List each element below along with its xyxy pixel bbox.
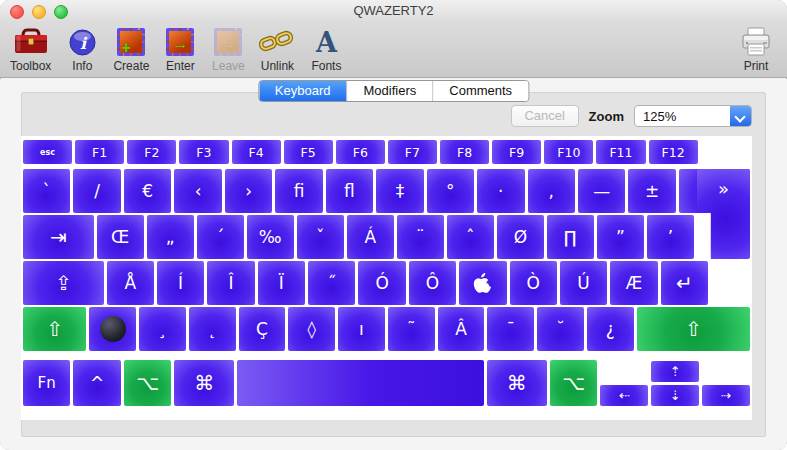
key-arrow-up[interactable]: ⇡ [651, 361, 699, 382]
controls-row: Cancel Zoom 125% [511, 105, 752, 127]
toolbar-item-label: Create [113, 59, 149, 73]
key[interactable]: F12 [649, 140, 698, 164]
leave-button[interactable]: ˊ→Leave [211, 26, 245, 73]
key-caps-lock[interactable]: ⇪ [23, 261, 104, 305]
key-tab[interactable]: ⇥ [23, 215, 94, 259]
key[interactable]: · [477, 169, 524, 213]
cancel-button[interactable]: Cancel [511, 105, 579, 127]
key[interactable]: ˆ [447, 215, 494, 259]
key[interactable]: Ú [560, 261, 607, 305]
key[interactable]: ‹ [174, 169, 221, 213]
enter-button[interactable]: ˊ→Enter [163, 26, 197, 73]
key[interactable]: fi [275, 169, 322, 213]
toolbar-item-label: Info [72, 59, 92, 73]
key[interactable]: ¯ [487, 307, 534, 351]
create-icon: ˊ+ [117, 26, 145, 58]
key[interactable]: Ç [239, 307, 286, 351]
key[interactable]: Ï [258, 261, 305, 305]
key[interactable]: Ø [497, 215, 544, 259]
key[interactable]: — [578, 169, 625, 213]
fonts-icon: A [316, 26, 337, 58]
tab-row: ⇥Œ„´‰ˇÁ¨ˆØ∏”’ [23, 215, 750, 259]
key-shift-right[interactable]: ⇧ [637, 307, 750, 351]
key[interactable]: F5 [284, 140, 333, 164]
toolbar-item-label: Fonts [311, 59, 341, 73]
key[interactable]: F8 [440, 140, 489, 164]
key[interactable]: F4 [232, 140, 281, 164]
key[interactable]: Ò [510, 261, 557, 305]
key[interactable]: ◊ [288, 307, 335, 351]
key-esc[interactable]: esc [23, 140, 72, 164]
key[interactable]: € [124, 169, 171, 213]
title-bar: QWAZERTY2 [0, 0, 787, 22]
key-apple[interactable] [459, 261, 506, 305]
key[interactable]: › [225, 169, 272, 213]
key-command-right[interactable]: ⌘ [487, 360, 547, 406]
key[interactable]: Ô [409, 261, 456, 305]
key[interactable]: ´ [197, 215, 244, 259]
key-fn[interactable]: Fn [23, 360, 70, 406]
zoom-label: Zoom [589, 109, 624, 124]
key[interactable]: F2 [127, 140, 176, 164]
unlink-button[interactable]: Unlink [259, 26, 295, 73]
key-command-left[interactable]: ⌘ [174, 360, 234, 406]
key[interactable]: ” [597, 215, 644, 259]
key-space[interactable] [237, 360, 483, 406]
key[interactable]: F1 [75, 140, 124, 164]
key[interactable]: Î [207, 261, 254, 305]
key[interactable]: F6 [336, 140, 385, 164]
key[interactable]: ± [628, 169, 675, 213]
create-button[interactable]: ˊ+Create [113, 26, 149, 73]
key[interactable]: Å [107, 261, 154, 305]
key[interactable]: ° [427, 169, 474, 213]
key-arrow-right[interactable]: ⇢ [702, 385, 750, 406]
key[interactable]: F7 [388, 140, 437, 164]
key[interactable]: F11 [596, 140, 645, 164]
print-button[interactable]: Print [739, 26, 773, 73]
key[interactable]: Á [347, 215, 394, 259]
key[interactable]: ¨ [397, 215, 444, 259]
key[interactable]: ˇ [297, 215, 344, 259]
key[interactable]: / [73, 169, 120, 213]
key[interactable]: F9 [492, 140, 541, 164]
key[interactable]: ˛ [189, 307, 236, 351]
key[interactable]: ¸ [139, 307, 186, 351]
key-arrow-down[interactable]: ⇣ [651, 385, 699, 406]
tab-comments[interactable]: Comments [433, 81, 528, 101]
key[interactable]: Â [438, 307, 485, 351]
key[interactable]: F10 [544, 140, 593, 164]
key[interactable]: Í [157, 261, 204, 305]
tab-modifiers[interactable]: Modifiers [348, 81, 434, 101]
info-button[interactable]: iInfo [65, 26, 99, 73]
toolbox-button[interactable]: Toolbox [10, 26, 51, 73]
key[interactable]: ‡ [376, 169, 423, 213]
key[interactable]: ˘ [537, 307, 584, 351]
dropdown-segment[interactable] [730, 106, 751, 126]
key[interactable]: , [528, 169, 575, 213]
key[interactable]: ’ [647, 215, 694, 259]
key[interactable]: ∏ [547, 215, 594, 259]
key[interactable]: „ [147, 215, 194, 259]
zoom-dropdown[interactable]: 125% [634, 105, 752, 127]
key-arrow-left[interactable]: ⇠ [600, 385, 648, 406]
key-control[interactable]: ^ [73, 360, 120, 406]
key-option-right[interactable]: ⌥ [550, 360, 597, 406]
key[interactable]: Æ [610, 261, 657, 305]
key[interactable]: ‰ [247, 215, 294, 259]
key[interactable]: ˜ [388, 307, 435, 351]
fonts-button[interactable]: AFonts [309, 26, 343, 73]
key[interactable]: Ó [358, 261, 405, 305]
tab-keyboard[interactable]: Keyboard [259, 81, 348, 101]
key-black-circle[interactable] [89, 307, 136, 351]
key-return[interactable]: ↵ [661, 261, 708, 305]
key-shift-left[interactable]: ⇧ [23, 307, 86, 351]
key[interactable]: ˝ [308, 261, 355, 305]
key[interactable]: Œ [97, 215, 144, 259]
key[interactable]: F3 [179, 140, 228, 164]
keyboard-grid: escF1F2F3F4F5F6F7F8F9F10F11F12`/€‹›fifl‡… [23, 136, 750, 406]
key[interactable]: ı [338, 307, 385, 351]
key[interactable]: ` [23, 169, 70, 213]
key[interactable]: ¿ [587, 307, 634, 351]
key-option-left[interactable]: ⌥ [124, 360, 171, 406]
key[interactable]: fl [326, 169, 373, 213]
